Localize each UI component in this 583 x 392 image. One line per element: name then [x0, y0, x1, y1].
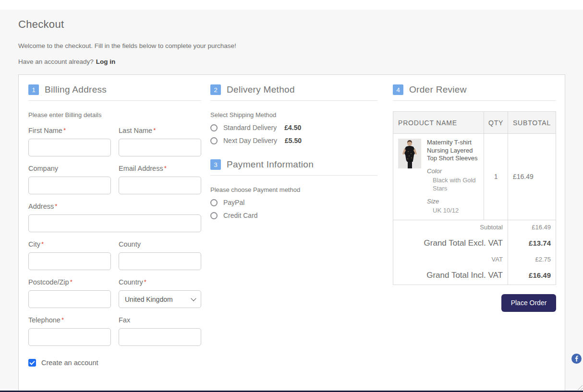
first-name-input[interactable]	[28, 139, 111, 156]
qty-header: QTY	[484, 112, 508, 134]
billing-section-title: Billing Address	[45, 84, 107, 95]
standard-delivery-price: £4.50	[284, 124, 301, 131]
country-label-text: Country	[119, 278, 143, 286]
email-label-text: Email Address	[119, 165, 163, 172]
color-option-label: Color	[427, 167, 479, 175]
delivery-payment-column: 2 Delivery Method Select Shipping Method…	[210, 84, 377, 219]
address-group: Address*	[28, 202, 201, 232]
facebook-f-glyph	[573, 356, 580, 362]
required-asterisk: *	[63, 127, 66, 134]
place-order-button[interactable]: Place Order	[501, 294, 556, 312]
county-input[interactable]	[119, 252, 201, 270]
name-row: First Name* Last Name*	[28, 127, 201, 156]
billing-address-section: 1 Billing Address Please enter Billing d…	[28, 84, 201, 367]
step-2-badge: 2	[210, 84, 221, 95]
last-name-label: Last Name*	[119, 127, 201, 134]
resize-grip-icon[interactable]	[576, 384, 583, 390]
checkout-card: 1 Billing Address Please enter Billing d…	[18, 74, 565, 392]
postcode-country-row: Postcode/Zip* Country* United Kingdom	[28, 278, 201, 308]
credit-card-label: Credit Card	[223, 212, 258, 219]
address-row: Address*	[28, 202, 201, 232]
grand-total-excl-value: £13.74	[508, 234, 556, 252]
address-label: Address*	[28, 202, 201, 210]
county-label: County	[119, 240, 201, 248]
first-name-label: First Name*	[28, 127, 111, 134]
delivery-section-title: Delivery Method	[227, 84, 295, 95]
payment-option-creditcard: Credit Card	[210, 212, 377, 219]
welcome-text: Welcome to the checkout. Fill in the fie…	[18, 42, 236, 49]
product-image	[398, 139, 421, 168]
step-4-badge: 4	[393, 84, 403, 95]
email-field[interactable]	[119, 177, 201, 194]
size-option-label: Size	[427, 198, 479, 205]
step-1-badge: 1	[28, 84, 39, 95]
country-select[interactable]: United Kingdom	[119, 290, 201, 308]
order-review-table: PRODUCT NAME QTY SUBTOTAL	[393, 111, 556, 285]
color-option-value: Black with Gold Stars	[427, 176, 479, 193]
postcode-input[interactable]	[28, 290, 111, 308]
billing-section-header: 1 Billing Address	[28, 84, 201, 101]
last-name-label-text: Last Name	[119, 127, 152, 134]
address-input[interactable]	[28, 214, 201, 232]
telephone-input[interactable]	[28, 328, 111, 346]
step-3-badge: 3	[210, 159, 221, 170]
billing-subtitle: Please enter Billing details	[28, 111, 201, 119]
create-account-row: Create an account	[28, 359, 201, 367]
company-label: Company	[28, 165, 111, 172]
city-label-text: City	[28, 240, 40, 248]
subtotal-value: £16.49	[508, 220, 556, 234]
page-title: Checkout	[18, 18, 64, 31]
login-link[interactable]: Log in	[96, 58, 116, 65]
subtotal-header: SUBTOTAL	[508, 112, 556, 134]
facebook-icon[interactable]	[571, 354, 582, 364]
fax-group: Fax	[119, 316, 201, 346]
company-input[interactable]	[28, 177, 111, 194]
account-prompt: Have an account already?Log in	[18, 58, 115, 65]
required-asterisk: *	[41, 240, 44, 248]
company-label-text: Company	[28, 165, 58, 172]
required-asterisk: *	[144, 278, 146, 285]
county-group: County	[119, 240, 201, 270]
create-account-checkbox[interactable]	[28, 359, 36, 367]
top-white-strip	[0, 0, 583, 10]
order-review-header: 4 Order Review	[393, 84, 556, 101]
fax-label: Fax	[119, 316, 201, 324]
product-cell: Maternity T-shirt Nursing Layered Top Sh…	[393, 134, 484, 220]
next-day-delivery-label: Next Day Delivery	[223, 137, 277, 144]
vat-label: VAT	[393, 252, 508, 266]
delivery-section-header: 2 Delivery Method	[210, 84, 377, 101]
delivery-subtitle: Select Shipping Method	[210, 111, 377, 119]
postcode-label-text: Postcode/Zip	[28, 278, 69, 286]
country-select-wrap: United Kingdom	[119, 290, 201, 308]
qty-value: 1	[484, 134, 508, 220]
grand-total-excl-label: Grand Total Excl. VAT	[393, 234, 508, 252]
postcode-group: Postcode/Zip*	[28, 278, 111, 308]
first-name-group: First Name*	[28, 127, 111, 156]
required-asterisk: *	[164, 165, 167, 172]
credit-card-radio[interactable]	[210, 212, 218, 219]
address-label-text: Address	[28, 202, 54, 210]
city-label: City*	[28, 240, 111, 248]
postcode-label: Postcode/Zip*	[28, 278, 111, 286]
paypal-radio[interactable]	[210, 199, 218, 206]
product-name-header: PRODUCT NAME	[393, 112, 484, 134]
required-asterisk: *	[55, 202, 57, 210]
payment-option-paypal: PayPal	[210, 199, 377, 206]
telephone-label: Telephone*	[28, 316, 111, 324]
country-group: Country* United Kingdom	[119, 278, 201, 308]
fax-label-text: Fax	[119, 316, 130, 324]
last-name-input[interactable]	[119, 139, 201, 156]
size-option-value: UK 10/12	[427, 206, 479, 215]
payment-section-header: 3 Payment Information	[210, 159, 377, 176]
order-item-row: Maternity T-shirt Nursing Layered Top Sh…	[393, 134, 556, 220]
next-day-delivery-radio[interactable]	[210, 137, 218, 144]
standard-delivery-radio[interactable]	[210, 124, 218, 131]
subtotal-row: Subtotal £16.49	[393, 220, 556, 234]
last-name-group: Last Name*	[119, 127, 201, 156]
fax-input[interactable]	[119, 328, 201, 346]
city-county-row: City* County	[28, 240, 201, 270]
telephone-fax-row: Telephone* Fax	[28, 316, 201, 346]
grand-total-incl-label: Grand Total Incl. VAT	[393, 266, 508, 285]
city-input[interactable]	[28, 252, 111, 270]
order-review-section: 4 Order Review PRODUCT NAME QTY SUBTOTAL	[393, 84, 556, 312]
